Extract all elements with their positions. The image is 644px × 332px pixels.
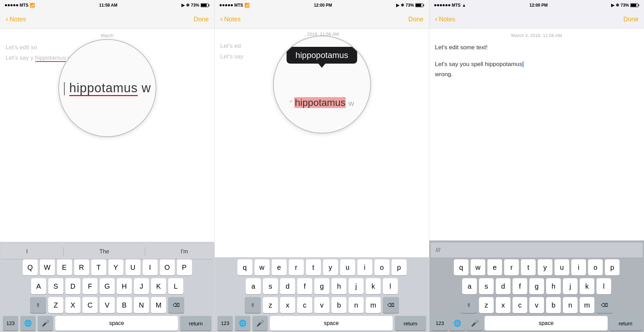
key-return-3[interactable]: return — [610, 316, 641, 331]
key-i-2[interactable]: i — [357, 259, 372, 275]
key-u-2[interactable]: u — [340, 259, 355, 275]
key-v-3[interactable]: v — [529, 297, 544, 313]
key-x-2[interactable]: x — [280, 297, 295, 313]
key-c-2[interactable]: c — [297, 297, 312, 313]
key-W[interactable]: W — [40, 259, 55, 275]
back-button-2[interactable]: ‹ Notes — [220, 15, 241, 24]
key-N[interactable]: N — [134, 297, 149, 313]
key-mic-1[interactable]: 🎤 — [38, 316, 53, 331]
key-U[interactable]: U — [126, 259, 141, 275]
key-n-2[interactable]: n — [349, 297, 364, 313]
key-b-3[interactable]: b — [546, 297, 561, 313]
key-delete-3[interactable]: ⌫ — [596, 297, 613, 313]
key-return-2[interactable]: return — [395, 316, 426, 331]
key-l-3[interactable]: l — [596, 278, 611, 294]
key-c-3[interactable]: c — [513, 297, 527, 313]
key-r-2[interactable]: r — [289, 259, 304, 275]
key-a-2[interactable]: a — [246, 278, 261, 294]
key-M[interactable]: M — [151, 297, 166, 313]
key-t-2[interactable]: t — [306, 259, 321, 275]
key-j-2[interactable]: j — [349, 278, 364, 294]
key-d-2[interactable]: d — [280, 278, 295, 294]
key-e-2[interactable]: e — [272, 259, 287, 275]
key-s-2[interactable]: s — [263, 278, 278, 294]
key-delete-2[interactable]: ⌫ — [383, 297, 399, 313]
key-123-2[interactable]: 123 — [217, 316, 233, 331]
done-button-1[interactable]: Done — [194, 16, 209, 23]
key-z-3[interactable]: z — [479, 297, 494, 313]
key-return-1[interactable]: return — [180, 316, 212, 331]
key-o-3[interactable]: o — [588, 259, 603, 275]
key-n-3[interactable]: n — [563, 297, 578, 313]
back-button-3[interactable]: ‹ Notes — [435, 15, 455, 24]
key-y-2[interactable]: y — [323, 259, 338, 275]
key-X[interactable]: X — [65, 297, 80, 313]
suggestion-3[interactable]: I'm — [174, 246, 195, 257]
key-123-3[interactable]: 123 — [432, 316, 448, 331]
key-shift-2[interactable]: ⇧ — [245, 297, 261, 313]
key-r-3[interactable]: r — [504, 259, 519, 275]
key-q-3[interactable]: q — [454, 259, 468, 275]
key-T[interactable]: T — [91, 259, 106, 275]
key-K[interactable]: K — [151, 278, 166, 294]
key-B[interactable]: B — [117, 297, 132, 313]
key-L[interactable]: L — [168, 278, 183, 294]
key-g-2[interactable]: g — [314, 278, 329, 294]
key-Y[interactable]: Y — [108, 259, 123, 275]
key-space-1[interactable]: space — [55, 316, 178, 331]
key-R[interactable]: R — [74, 259, 89, 275]
key-p-2[interactable]: p — [392, 259, 407, 275]
back-button-1[interactable]: ‹ Notes — [6, 15, 26, 24]
key-b-2[interactable]: b — [331, 297, 346, 313]
key-l-2[interactable]: l — [383, 278, 398, 294]
key-G[interactable]: G — [100, 278, 115, 294]
key-F[interactable]: F — [83, 278, 98, 294]
key-a-3[interactable]: a — [462, 278, 477, 294]
key-P[interactable]: P — [177, 259, 192, 275]
key-Z[interactable]: Z — [48, 297, 63, 313]
done-button-2[interactable]: Done — [408, 16, 423, 23]
key-v-2[interactable]: v — [314, 297, 329, 313]
key-w-3[interactable]: w — [471, 259, 485, 275]
key-z-2[interactable]: z — [263, 297, 278, 313]
key-shift-1[interactable]: ⇧ — [30, 297, 46, 313]
key-globe-2[interactable]: 🌐 — [235, 316, 250, 331]
key-D[interactable]: D — [65, 278, 80, 294]
key-k-3[interactable]: k — [580, 278, 594, 294]
key-shift-3[interactable]: ⇧ — [461, 297, 477, 313]
key-123-1[interactable]: 123 — [3, 316, 18, 331]
key-j-3[interactable]: j — [563, 278, 578, 294]
key-A[interactable]: A — [31, 278, 46, 294]
key-p-3[interactable]: p — [605, 259, 620, 275]
suggestion-1[interactable]: I — [19, 246, 35, 257]
key-o-2[interactable]: o — [374, 259, 389, 275]
key-t-3[interactable]: t — [521, 259, 536, 275]
key-S[interactable]: S — [48, 278, 63, 294]
key-mic-3[interactable]: 🎤 — [467, 316, 482, 331]
key-C[interactable]: C — [83, 297, 98, 313]
key-m-3[interactable]: m — [580, 297, 594, 313]
key-y-3[interactable]: y — [538, 259, 552, 275]
key-I[interactable]: I — [143, 259, 158, 275]
key-d-3[interactable]: d — [496, 278, 510, 294]
key-mic-2[interactable]: 🎤 — [252, 316, 268, 331]
key-V[interactable]: V — [100, 297, 115, 313]
key-k-2[interactable]: k — [366, 278, 381, 294]
key-e-3[interactable]: e — [487, 259, 502, 275]
key-w-2[interactable]: w — [255, 259, 270, 275]
key-O[interactable]: O — [160, 259, 175, 275]
key-H[interactable]: H — [117, 278, 132, 294]
key-s-3[interactable]: s — [479, 278, 494, 294]
key-E[interactable]: E — [57, 259, 72, 275]
key-globe-1[interactable]: 🌐 — [20, 316, 36, 331]
key-delete-1[interactable]: ⌫ — [168, 297, 184, 313]
key-space-2[interactable]: space — [270, 316, 393, 331]
suggestion-2[interactable]: The — [92, 246, 116, 257]
key-q-2[interactable]: q — [237, 259, 252, 275]
key-f-2[interactable]: f — [297, 278, 312, 294]
key-u-3[interactable]: u — [554, 259, 569, 275]
key-space-3[interactable]: space — [485, 316, 608, 331]
done-button-3[interactable]: Done — [623, 16, 638, 23]
key-J[interactable]: J — [134, 278, 149, 294]
key-Q[interactable]: Q — [23, 259, 38, 275]
